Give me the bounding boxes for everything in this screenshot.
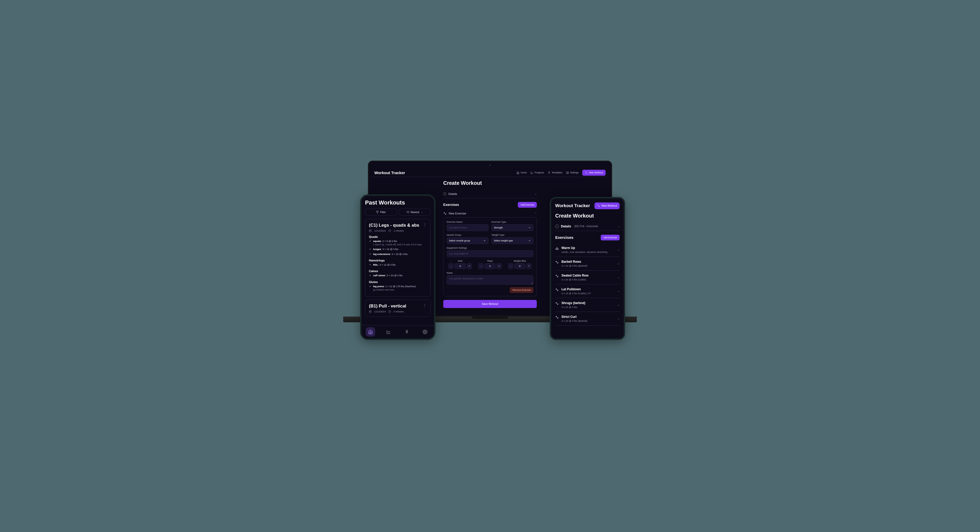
exercise-row[interactable]: Lat Pulldown3 x 15 @ 0 lbs (Cable) | #7 … bbox=[555, 284, 620, 298]
muscle-group-select[interactable]: Select muscle group bbox=[447, 237, 488, 244]
exercise-name: Lat Pulldown bbox=[562, 287, 615, 291]
exercise-form: Exercise Name Exercise Type Strength Mus… bbox=[443, 217, 537, 296]
topbar: Workout Tracker Home Progress Templates … bbox=[372, 169, 608, 177]
dumbbell-icon bbox=[597, 204, 600, 207]
more-icon[interactable]: ⋮ bbox=[423, 304, 426, 307]
gear-icon bbox=[423, 330, 427, 334]
nav-templates[interactable]: Templates bbox=[548, 171, 563, 174]
calendar-icon bbox=[369, 229, 372, 232]
tablet-brand: Workout Tracker bbox=[555, 203, 590, 209]
add-exercise-button[interactable]: Add Exercise bbox=[518, 202, 537, 208]
pin-icon bbox=[548, 171, 550, 174]
weight-label: Weight (lbs) bbox=[506, 260, 533, 262]
more-icon[interactable]: ⋮ bbox=[423, 223, 426, 226]
filter-button[interactable]: Filter bbox=[365, 209, 397, 216]
notes-textarea[interactable] bbox=[447, 275, 533, 285]
nav-home[interactable]: Home bbox=[517, 171, 527, 174]
remove-exercise-button[interactable]: Remove Exercise bbox=[510, 287, 533, 293]
exercise-row[interactable]: Barbell Rows3 x 12 @ 0 lbs (Barbell) ⌄ bbox=[555, 257, 620, 271]
exercise-item: RDL: 3 × 12 @ 0 lbs bbox=[373, 263, 426, 266]
exercise-name-input[interactable] bbox=[447, 224, 488, 231]
save-workout-button[interactable]: Save Workout bbox=[443, 300, 537, 308]
exercise-item: calf raises: 3 × 20 @ 0 lbs bbox=[373, 274, 426, 277]
new-exercise-row[interactable]: New Exercise ⌃ bbox=[443, 210, 537, 217]
gear-icon bbox=[566, 171, 569, 174]
workout-duration: 1 minutes bbox=[394, 229, 404, 232]
info-icon: i bbox=[443, 192, 446, 196]
sort-button[interactable]: Newest⌄ bbox=[399, 209, 431, 216]
chevron-down-icon: ⌄ bbox=[617, 262, 620, 265]
details-row[interactable]: i Details (B2) Pull - horizontal ⌄ bbox=[555, 222, 620, 231]
sets-plus-button[interactable]: + bbox=[467, 263, 472, 269]
weight-type-label: Weight Type bbox=[492, 234, 533, 236]
new-workout-button[interactable]: New Workout bbox=[582, 170, 606, 176]
dumbbell-icon bbox=[585, 171, 588, 174]
nav-templates[interactable] bbox=[402, 327, 412, 336]
exercise-name: Warm Up bbox=[562, 246, 615, 250]
chevron-down-icon: ⌄ bbox=[617, 276, 620, 279]
tablet-title: Create Workout bbox=[555, 213, 620, 219]
nav-settings[interactable]: Settings bbox=[566, 171, 579, 174]
page-title: Create Workout bbox=[443, 180, 537, 186]
chart-icon bbox=[531, 171, 533, 174]
chevron-down-icon: ⌄ bbox=[617, 303, 620, 306]
exercise-name: Shrugs (behind) bbox=[562, 301, 615, 305]
exercise-item: lunges: 3 × 15 @ 0 lbs bbox=[373, 247, 426, 251]
sets-label: Sets bbox=[447, 260, 474, 262]
chevron-down-icon: ⌄ bbox=[617, 289, 620, 293]
nav-settings[interactable] bbox=[420, 327, 430, 336]
chevron-down-icon: ⌄ bbox=[535, 192, 537, 195]
add-exercise-button[interactable]: Add Exercise bbox=[601, 235, 620, 241]
exercise-item: leg extensions: 3 × 20 @ 0 lbs bbox=[373, 252, 426, 256]
equipment-input[interactable] bbox=[447, 250, 533, 257]
exercise-row[interactable]: Warm Upcardio, core activation, dynamic … bbox=[555, 243, 620, 257]
pin-icon bbox=[404, 330, 409, 334]
chevron-down-icon: ⌄ bbox=[617, 225, 620, 228]
exercise-row[interactable]: Shrugs (behind)3 x 15 @ 0 lbs ⌄ bbox=[555, 298, 620, 312]
sets-minus-button[interactable]: - bbox=[449, 263, 453, 269]
workout-date: 11/12/2024 bbox=[374, 310, 386, 313]
exercise-item: squats: 2 × 8 @ 0 lbs1 warm-up, 1 back-o… bbox=[373, 239, 426, 246]
app-brand: Workout Tracker bbox=[374, 170, 405, 175]
workout-card[interactable]: (B1) Pull - vertical⋮ 11/12/2024 0 minut… bbox=[365, 299, 431, 317]
nav-progress[interactable]: Progress bbox=[531, 171, 544, 174]
reps-minus-button[interactable]: - bbox=[478, 263, 484, 269]
muscle-group-title: Calves bbox=[369, 269, 426, 272]
details-row[interactable]: i Details ⌄ bbox=[443, 190, 537, 198]
calendar-icon bbox=[369, 310, 372, 313]
exercise-detail: cardio, core activation, dynamic stretch… bbox=[562, 250, 615, 253]
reps-input[interactable] bbox=[485, 263, 495, 269]
new-workout-button[interactable]: New Workout bbox=[595, 202, 620, 209]
dumbbell-icon bbox=[555, 315, 559, 319]
workout-card[interactable]: (C1) Legs - quads & abs⋮ 11/12/2024 1 mi… bbox=[365, 219, 431, 297]
exercise-name: Seated Cable Row bbox=[562, 274, 615, 277]
tablet-device: Workout Tracker New Workout Create Worko… bbox=[550, 197, 625, 340]
exercise-name: Strict Curl bbox=[562, 315, 615, 319]
nav-progress[interactable] bbox=[384, 327, 393, 336]
exercises-heading: Exercises bbox=[555, 235, 573, 240]
equip-label: Equipment Settings bbox=[447, 247, 533, 249]
reps-label: Reps bbox=[476, 260, 504, 262]
dumbbell-icon bbox=[555, 288, 559, 291]
exercise-row[interactable]: Strict Curl3 x 10 @ 0 lbs (Barbell) ⌄ bbox=[555, 312, 620, 326]
muscle-group-title: Glutes bbox=[369, 280, 426, 284]
muscle-label: Muscle Group bbox=[447, 234, 488, 236]
nav-home[interactable] bbox=[366, 327, 375, 336]
phone-title: Past Workouts bbox=[365, 199, 431, 206]
exercise-type-select[interactable]: Strength bbox=[492, 224, 533, 231]
chevron-down-icon: ⌄ bbox=[617, 317, 620, 320]
reps-plus-button[interactable]: + bbox=[496, 263, 502, 269]
exercise-item: leg press: 1 × 12 @ 175 lbs (Machine)go … bbox=[373, 285, 426, 291]
bottom-nav bbox=[361, 325, 434, 339]
weight-plus-button[interactable]: + bbox=[527, 263, 531, 269]
weight-type-select[interactable]: Select weight type bbox=[492, 237, 533, 244]
exercises-heading: Exercises bbox=[443, 203, 459, 207]
phone-device: Past Workouts Filter Newest⌄ (C1) Legs -… bbox=[360, 194, 436, 340]
workout-title: (B1) Pull - vertical bbox=[369, 304, 406, 309]
type-label: Exercise Type bbox=[492, 221, 533, 223]
weight-input[interactable] bbox=[514, 263, 525, 269]
info-icon: i bbox=[555, 225, 559, 228]
exercise-row[interactable]: Seated Cable Row3 x 20 @ 0 lbs (Cable) ⌄ bbox=[555, 271, 620, 284]
weight-minus-button[interactable]: - bbox=[508, 263, 513, 269]
sets-input[interactable] bbox=[455, 263, 466, 269]
